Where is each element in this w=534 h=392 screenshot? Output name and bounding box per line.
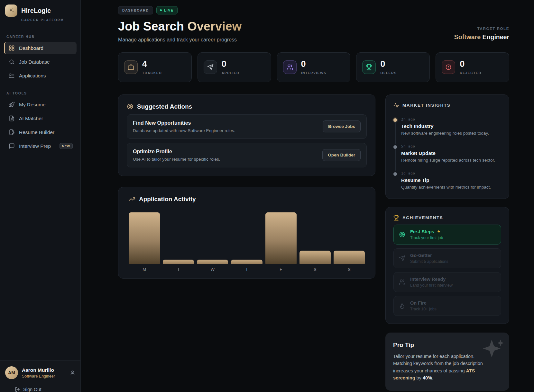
insight-time: 1d ago <box>401 171 501 175</box>
suggested-actions-title: Suggested Actions <box>137 103 192 110</box>
sidebar: HireLogic CAREER PLATFORM CAREER HUB Das… <box>0 0 81 392</box>
sidebar-item-ai-matcher[interactable]: AI Matcher <box>4 112 77 125</box>
application-activity-title: Application Activity <box>139 196 196 203</box>
user-profile-icon[interactable] <box>70 370 75 376</box>
insight-time: 5h ago <box>401 144 501 148</box>
stat-text: 0 OFFERS <box>380 60 397 75</box>
sidebar-item-label: Resume Builder <box>19 129 54 135</box>
achievement-text: On Fire Track 10+ jobs <box>410 300 437 311</box>
stat-text: 4 TRACKED <box>142 60 162 75</box>
goal-target-icon <box>127 103 134 110</box>
activity-bar-label: T <box>163 267 194 272</box>
action-description: Use AI to tailor your resume for specifi… <box>133 157 220 162</box>
achievement-text: First Steps Track your first job <box>410 229 443 240</box>
suggested-actions-header: Suggested Actions <box>127 103 367 110</box>
sidebar-item-applications[interactable]: Applications <box>4 69 77 82</box>
page-title: Job Search Overview <box>118 20 242 34</box>
dashboard-badge: DASHBOARD <box>118 6 153 14</box>
sign-out-button[interactable]: Sign Out <box>5 387 75 392</box>
chart-bars: MTWTFSS <box>129 212 365 272</box>
activity-bar-column: S <box>299 251 331 272</box>
market-insights-title: MARKET INSIGHTS <box>402 103 450 108</box>
stat-label: TRACKED <box>142 71 162 75</box>
header-left: DASHBOARD LIVE Job Search Overview Manag… <box>118 6 242 43</box>
main-content: DASHBOARD LIVE Job Search Overview Manag… <box>81 0 534 392</box>
app-subtitle: CAREER PLATFORM <box>0 17 80 22</box>
logo: HireLogic <box>0 0 80 17</box>
activity-bar-label: T <box>231 267 262 272</box>
users-icon <box>283 60 297 74</box>
message-icon <box>9 143 15 149</box>
activity-bar-column: T <box>231 260 262 272</box>
achievement-description: Track your first job <box>410 236 443 240</box>
achievements-header: ACHIEVEMENTS <box>393 215 501 221</box>
zap-icon <box>437 229 441 234</box>
achievement-title: First Steps <box>410 229 443 234</box>
trending-up-icon <box>129 196 135 202</box>
app-title: HireLogic <box>21 7 51 14</box>
right-column: MARKET INSIGHTS 2h ago Tech Industry New… <box>385 94 509 391</box>
activity-bar <box>197 260 228 264</box>
action-text: Find New Opportunities Database updated … <box>133 120 235 133</box>
stat-text: 0 REJECTED <box>460 60 481 75</box>
open-builder-button[interactable]: Open Builder <box>322 149 361 161</box>
sidebar-item-job-database[interactable]: Job Database <box>4 56 77 68</box>
pro-tip-text: by <box>415 375 423 380</box>
insight-description: New software engineering roles posted to… <box>401 131 501 136</box>
sidebar-item-label: Dashboard <box>19 45 43 51</box>
send-icon <box>204 60 217 74</box>
avatar: AM <box>5 366 18 379</box>
activity-bar <box>231 260 262 264</box>
achievement-first-steps: First Steps Track your first job <box>393 225 501 245</box>
achievement-description: Submit 5 applications <box>410 259 448 264</box>
achievement-title: Go-Getter <box>410 253 448 258</box>
page-header: DASHBOARD LIVE Job Search Overview Manag… <box>118 6 509 43</box>
sparkles-logo-icon <box>5 4 17 17</box>
activity-bar <box>265 212 297 264</box>
target-icon <box>399 231 405 238</box>
left-column: Suggested Actions Find New Opportunities… <box>118 94 375 279</box>
file-pen-icon <box>9 129 15 135</box>
live-dot-icon <box>160 9 162 11</box>
sidebar-item-my-resume[interactable]: My Resume <box>4 98 77 111</box>
activity-bar <box>129 212 160 264</box>
stat-card-applied: 0 APPLIED <box>198 52 271 82</box>
sidebar-item-label: Interview Prep <box>19 143 51 149</box>
achievement-description: Track 10+ jobs <box>410 307 437 311</box>
action-title: Find New Opportunities <box>133 120 235 126</box>
timeline-dot-icon <box>393 145 397 149</box>
activity-bar <box>299 251 331 264</box>
sidebar-item-interview-prep[interactable]: Interview Prep NEW <box>4 140 77 152</box>
achievement-text: Go-Getter Submit 5 applications <box>410 253 448 264</box>
activity-bar-label: F <box>265 267 297 272</box>
content-columns: Suggested Actions Find New Opportunities… <box>118 94 509 391</box>
sidebar-item-dashboard[interactable]: Dashboard <box>4 42 77 54</box>
insight-item: 5h ago Market Update Remote hiring surge… <box>393 144 501 171</box>
section-label-career-hub: CAREER HUB <box>4 35 77 39</box>
sidebar-item-label: Applications <box>19 73 46 79</box>
market-insights-card: MARKET INSIGHTS 2h ago Tech Industry New… <box>385 94 509 199</box>
user-role: Software Engineer <box>22 374 55 379</box>
insight-title: Market Update <box>401 150 501 156</box>
insight-item: 2h ago Tech Industry New software engine… <box>393 117 501 144</box>
page-subtitle: Manage applications and track your caree… <box>118 37 242 43</box>
pro-tip-text: . <box>432 375 433 380</box>
stats-row: 4 TRACKED 0 APPLIED 0 <box>118 52 509 82</box>
target-role-value: Software Engineer <box>454 33 509 41</box>
sidebar-item-label: Job Database <box>19 59 50 65</box>
send-icon <box>399 255 405 262</box>
action-title: Optimize Profile <box>133 149 220 155</box>
activity-bar-label: S <box>299 267 331 272</box>
application-activity-card: Application Activity MTWTFSS <box>118 187 375 279</box>
pro-tip-card: Pro Tip Tailor your resume for each appl… <box>385 333 509 391</box>
alert-circle-icon <box>442 60 455 74</box>
activity-bar-label: S <box>334 267 365 272</box>
sidebar-divider <box>6 86 75 86</box>
achievement-title: Interview Ready <box>410 277 453 282</box>
activity-bar-column: W <box>197 260 228 272</box>
browse-jobs-button[interactable]: Browse Jobs <box>323 120 361 132</box>
achievements-card: ACHIEVEMENTS First Steps <box>385 207 509 324</box>
achievement-text: Interview Ready Land your first intervie… <box>410 277 453 288</box>
insight-title: Tech Industry <box>401 123 501 129</box>
sidebar-item-resume-builder[interactable]: Resume Builder <box>4 126 77 138</box>
